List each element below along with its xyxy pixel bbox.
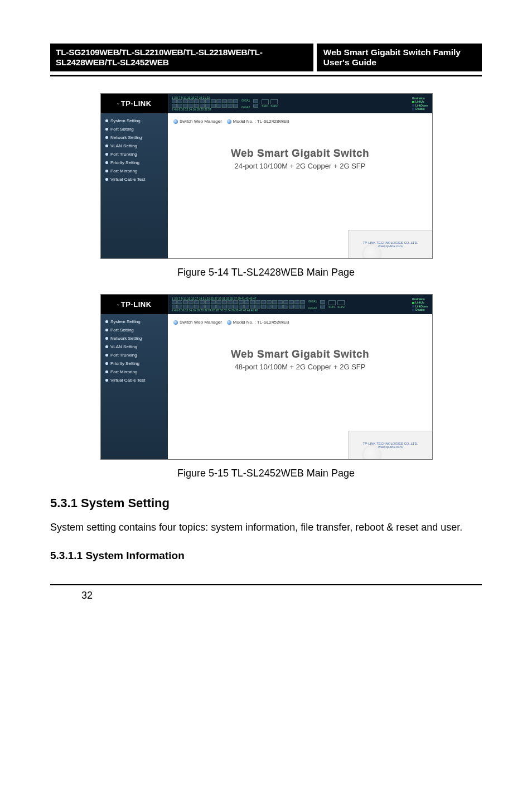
sidebar-item[interactable]: Network Setting — [101, 334, 168, 343]
sidebar-item[interactable]: Network Setting — [101, 133, 168, 142]
sfp-slot — [262, 99, 269, 104]
crumb-model: Model No. : TL-SL2428WEB — [233, 119, 289, 124]
sidebar-item[interactable]: Priority Setting — [101, 359, 168, 368]
port-row-top — [172, 99, 238, 103]
sidebar-item[interactable]: Port Setting — [101, 125, 168, 133]
led-down-icon — [412, 104, 414, 107]
port-led — [211, 305, 216, 309]
figure-5-15-caption: Figure 5-15 TL-SL2452WEB Main Page — [50, 468, 482, 479]
sidebar-item[interactable]: Port Mirroring — [101, 368, 168, 376]
webui-topbar: ∵ TP-LINK 1 3 5 7 9 11 13 15 17 19 21 23… — [101, 94, 432, 113]
section-paragraph: System setting contains four topics: sys… — [50, 517, 482, 537]
port-led — [294, 305, 299, 309]
port-led — [267, 305, 272, 309]
sidebar-item-label: Virtual Cable Test — [110, 177, 145, 182]
webui-main: Switch Web Manager Model No. : TL-SL2428… — [168, 113, 432, 258]
port-row-bot — [172, 104, 238, 108]
illus-linkdown: LinkDown — [415, 305, 428, 308]
port-led — [222, 104, 227, 108]
illustration-legend: Illustration LinkUp LinkDown Disable — [412, 297, 429, 312]
sidebar-item[interactable]: Port Mirroring — [101, 167, 168, 175]
giga-ports — [253, 99, 258, 108]
port-led — [222, 300, 227, 304]
port-led — [272, 300, 277, 304]
port-led — [278, 305, 283, 309]
sidebar-item[interactable]: Virtual Cable Test — [101, 175, 168, 184]
port-led — [267, 300, 272, 304]
sidebar-item[interactable]: Priority Setting — [101, 158, 168, 167]
section-heading-5-3-1: 5.3.1 System Setting — [50, 496, 482, 511]
illus-disable: Disable — [415, 107, 425, 110]
illus-disable: Disable — [415, 308, 425, 311]
sidebar-item[interactable]: System Setting — [101, 317, 168, 326]
port-led — [239, 300, 244, 304]
header-rule — [50, 75, 482, 76]
hero-subtitle: 48-port 10/100M + 2G Copper + 2G SFP — [173, 363, 427, 371]
page-number: 32 — [81, 590, 482, 601]
port-led — [200, 300, 205, 304]
port-led — [228, 104, 233, 108]
port-led — [216, 305, 221, 309]
sidebar-item[interactable]: Port Setting — [101, 326, 168, 334]
port-led — [255, 300, 260, 304]
footer-url: www.tp-link.com — [363, 244, 418, 248]
webui-footer: TP-LINK TECHNOLOGIES CO.,LTD. www.tp-lin… — [348, 431, 432, 459]
sidebar-item[interactable]: VLAN Setting — [101, 343, 168, 351]
port-led — [253, 104, 258, 108]
bullet-icon — [105, 119, 108, 122]
sidebar-item-label: Network Setting — [110, 336, 142, 341]
bullet-icon — [105, 379, 108, 382]
port-group-24: 1 3 5 7 9 11 13 15 17 19 21 23 2 4 6 8 1… — [172, 96, 238, 111]
tp-link-logo: ∵ TP-LINK — [101, 295, 168, 314]
webui-main: Switch Web Manager Model No. : TL-SL2452… — [168, 314, 432, 459]
tp-link-logo: ∵ TP-LINK — [101, 94, 168, 113]
sidebar-item-label: Priority Setting — [110, 361, 139, 366]
port-led — [320, 305, 325, 309]
port-led — [211, 104, 216, 108]
port-led — [253, 99, 258, 103]
port-led — [188, 305, 194, 309]
port-led — [289, 305, 294, 309]
bullet-icon — [105, 145, 108, 147]
bullet-icon — [105, 161, 108, 164]
port-led — [188, 104, 194, 108]
port-led — [222, 305, 227, 309]
led-disable-icon — [412, 108, 414, 110]
port-led — [239, 305, 244, 309]
port-row-top — [172, 300, 305, 304]
hero-title: Web Smart Gigabit Switch — [173, 147, 427, 160]
illus-linkup: LinkUp — [415, 301, 424, 304]
port-labels-bot: 2 4 6 8 10 12 14 16 18 20 22 24 26 28 30… — [172, 309, 305, 312]
port-led — [289, 300, 294, 304]
sidebar-item[interactable]: System Setting — [101, 117, 168, 125]
bullet-icon — [105, 329, 108, 331]
port-led — [228, 300, 233, 304]
sidebar-item-label: Virtual Cable Test — [110, 378, 145, 383]
sidebar-item[interactable]: VLAN Setting — [101, 142, 168, 150]
globe-icon — [227, 119, 231, 124]
port-labels-top: 1 3 5 7 9 11 13 15 17 19 21 23 25 27 29 … — [172, 297, 305, 300]
port-led — [283, 300, 288, 304]
port-led — [200, 305, 205, 309]
port-led — [177, 99, 182, 103]
port-led — [250, 305, 255, 309]
hero-block: Web Smart Gigabit Switch 24-port 10/100M… — [173, 147, 427, 170]
webui-body: System SettingPort SettingNetwork Settin… — [101, 314, 432, 459]
sidebar-item-label: System Setting — [110, 319, 141, 324]
port-led — [283, 305, 288, 309]
bullet-icon — [105, 345, 108, 348]
port-group-48: 1 3 5 7 9 11 13 15 17 19 21 23 25 27 29 … — [172, 297, 305, 312]
port-led — [194, 104, 199, 108]
crumb-model: Model No. : TL-SL2452WEB — [233, 320, 289, 325]
port-led — [261, 300, 266, 304]
figure-5-15: ∵ TP-LINK 1 3 5 7 9 11 13 15 17 19 21 23… — [100, 294, 432, 460]
sidebar-item[interactable]: Virtual Cable Test — [101, 376, 168, 384]
port-led — [233, 99, 238, 103]
port-led — [233, 305, 238, 309]
port-led — [205, 305, 210, 309]
header-guide-title: Web Smart Gigabit Switch Family User's G… — [317, 44, 482, 71]
sfp-group: SFP1 SFP2 — [262, 99, 278, 108]
sidebar-item[interactable]: Port Trunking — [101, 351, 168, 359]
footer-rule — [50, 584, 482, 585]
sidebar-item[interactable]: Port Trunking — [101, 150, 168, 158]
